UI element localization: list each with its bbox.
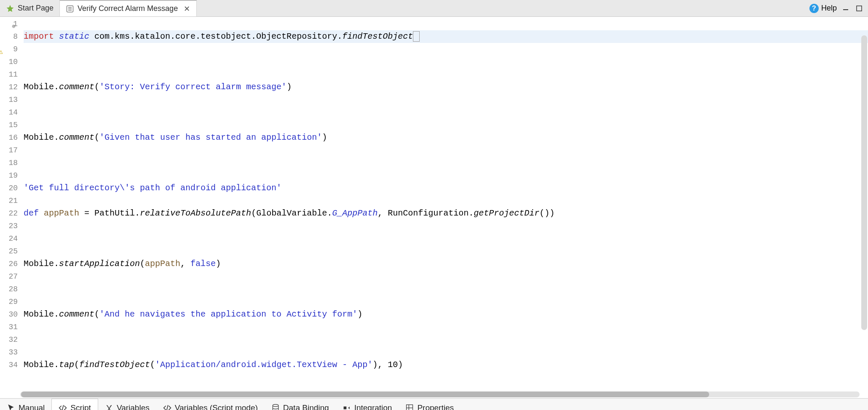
line-number: 22 — [0, 207, 20, 220]
line-number: 18 — [0, 157, 20, 169]
integration-icon — [343, 404, 351, 410]
line-number: 27 — [0, 270, 20, 283]
line-number: 26 — [0, 258, 20, 270]
database-icon — [271, 404, 280, 410]
code-icon — [59, 404, 67, 410]
line-number: 34 — [0, 359, 20, 371]
tab-label: Start Page — [18, 4, 54, 13]
grid-icon — [405, 404, 414, 410]
tab-label: Data Binding — [283, 403, 329, 410]
line-number: 16 — [0, 131, 20, 144]
svg-rect-8 — [407, 405, 413, 410]
tab-properties[interactable]: Properties — [399, 399, 461, 410]
cursor-icon — [7, 404, 15, 410]
tab-script[interactable]: Script — [51, 399, 98, 410]
line-number: 29 — [0, 296, 20, 308]
tab-label: Properties — [417, 403, 454, 410]
horizontal-scrollbar[interactable] — [20, 391, 860, 397]
tab-label: Integration — [354, 403, 392, 410]
line-number: 17 — [0, 144, 20, 157]
bottom-tabs: Manual Script Variables Variables (Scrip… — [0, 398, 868, 410]
code-icon — [163, 404, 171, 410]
line-number: 28 — [0, 283, 20, 296]
tab-bar: Start Page Verify Correct Alarm Message … — [0, 0, 868, 17]
maximize-button[interactable] — [855, 4, 864, 13]
tab-manual[interactable]: Manual — [0, 399, 51, 410]
close-icon[interactable]: ✕ — [183, 5, 190, 13]
line-number: 9 — [0, 43, 20, 56]
line-number: 31 — [0, 321, 20, 333]
tab-variables-script[interactable]: Variables (Script mode) — [156, 399, 265, 410]
hscroll-track — [0, 391, 868, 398]
svg-rect-4 — [843, 9, 848, 10]
line-number: 23 — [0, 220, 20, 232]
tab-label: Verify Correct Alarm Message — [78, 4, 178, 13]
line-number[interactable]: 1 — [0, 18, 20, 30]
tab-integration[interactable]: Integration — [336, 399, 399, 410]
tab-variables[interactable]: Variables — [98, 399, 156, 410]
svg-point-6 — [273, 404, 278, 406]
line-number: 19 — [0, 169, 20, 182]
line-number: 12 — [0, 81, 20, 93]
line-number: 11 — [0, 68, 20, 81]
list-icon — [66, 5, 74, 13]
help-label: Help — [821, 4, 837, 13]
editor: 1 8 9 10 11 12 13 14 15 16 17 18 19 20 2… — [0, 17, 868, 391]
x-icon — [105, 404, 113, 410]
vertical-scrollbar[interactable] — [861, 35, 867, 330]
hscroll-thumb[interactable] — [21, 391, 709, 397]
line-number: 15 — [0, 119, 20, 131]
tab-label: Manual — [19, 403, 45, 410]
line-number: 25 — [0, 245, 20, 258]
line-number: 13 — [0, 93, 20, 106]
line-gutter: 1 8 9 10 11 12 13 14 15 16 17 18 19 20 2… — [0, 17, 20, 391]
line-number: 30 — [0, 308, 20, 321]
tab-data-binding[interactable]: Data Binding — [265, 399, 336, 410]
line-number: 33 — [0, 346, 20, 359]
minimize-button[interactable] — [841, 4, 850, 13]
tab-start-page[interactable]: Start Page — [0, 0, 60, 16]
line-number: 21 — [0, 194, 20, 207]
help-icon: ? — [809, 4, 819, 13]
tab-label: Variables — [117, 403, 150, 410]
star-icon — [6, 4, 14, 13]
svg-rect-5 — [857, 6, 862, 11]
tab-verify-alarm[interactable]: Verify Correct Alarm Message ✕ — [60, 0, 197, 16]
line-number: 10 — [0, 56, 20, 68]
help-button[interactable]: ? Help — [809, 4, 837, 13]
tab-label: Variables (Script mode) — [175, 403, 258, 410]
line-number: 14 — [0, 106, 20, 119]
line-number: 20 — [0, 182, 20, 194]
tab-right-controls: ? Help — [809, 0, 868, 16]
code-area[interactable]: import static com.kms.katalon.core.testo… — [20, 17, 868, 391]
svg-rect-7 — [343, 406, 346, 409]
line-number: 8 — [0, 30, 20, 43]
line-number: 32 — [0, 333, 20, 346]
tab-label: Script — [70, 403, 91, 410]
line-number: 24 — [0, 232, 20, 245]
